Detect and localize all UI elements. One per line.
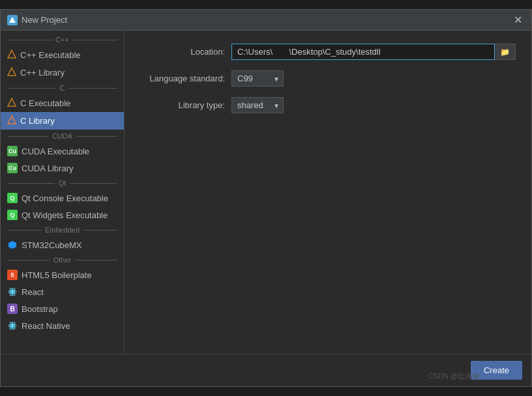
browse-button[interactable]: 📁 — [495, 44, 516, 60]
location-label: Location: — [140, 47, 225, 57]
location-input-group: 📁 — [231, 44, 516, 60]
sidebar-item-label: Qt Widgets Executable — [22, 210, 108, 220]
svg-point-6 — [11, 290, 14, 293]
dialog-footer: Create — [1, 354, 531, 386]
sidebar-item-label: React — [22, 287, 44, 297]
svg-marker-5 — [8, 241, 16, 249]
language-standard-row: Language standard: C89 C99 C11 C17 ▼ — [140, 70, 516, 87]
react-icon — [7, 287, 18, 297]
library-type-label: Library type: — [140, 100, 225, 110]
language-standard-select[interactable]: C89 C99 C11 C17 — [231, 70, 284, 87]
sidebar-item-cpp-library[interactable]: C++ Library — [1, 64, 124, 81]
sidebar-item-stm32[interactable]: STM32CubeMX — [1, 236, 124, 253]
library-type-row: Library type: shared static ▼ — [140, 97, 516, 113]
qt-icon: Q — [7, 193, 18, 203]
html5-icon: 5 — [7, 270, 18, 280]
sidebar-item-label: C++ Executable — [20, 50, 81, 60]
section-qt: Qt — [1, 177, 124, 190]
sidebar-item-label: C Executable — [20, 98, 70, 108]
triangle-cpp-icon — [7, 50, 16, 61]
sidebar-item-label: C Library — [20, 116, 55, 126]
title-bar: New Project ✕ — [1, 10, 531, 31]
location-input[interactable] — [231, 44, 495, 60]
sidebar-item-label: CUDA Executable — [22, 147, 89, 156]
close-button[interactable]: ✕ — [511, 14, 525, 26]
language-standard-select-wrapper: C89 C99 C11 C17 ▼ — [231, 70, 284, 87]
new-project-dialog: New Project ✕ C++ C++ Executable C++ Lib… — [0, 9, 532, 387]
location-row: Location: 📁 — [140, 44, 516, 60]
section-cuda: CUDA — [1, 130, 124, 143]
sidebar-item-cuda-executable[interactable]: Cu CUDA Executable — [1, 143, 124, 160]
sidebar-item-react[interactable]: React — [1, 283, 124, 300]
svg-marker-4 — [8, 116, 16, 124]
section-c: C — [1, 81, 124, 94]
main-content: C++ C++ Executable C++ Library C C Execu — [1, 31, 531, 354]
triangle-c-icon — [7, 115, 16, 126]
sidebar-item-cpp-executable[interactable]: C++ Executable — [1, 46, 124, 64]
sidebar-item-label: Bootstrap — [22, 304, 58, 314]
sidebar-item-label: CUDA Library — [22, 163, 73, 173]
sidebar-item-qt-widgets[interactable]: Q Qt Widgets Executable — [1, 206, 124, 223]
watermark: CSDN @盐湖城 — [428, 371, 479, 381]
sidebar-item-c-executable[interactable]: C Executable — [1, 94, 124, 112]
title-bar-left: New Project — [7, 15, 67, 25]
svg-marker-0 — [9, 17, 16, 23]
svg-marker-1 — [8, 50, 16, 58]
folder-icon: 📁 — [500, 48, 510, 57]
sidebar-item-label: STM32CubeMX — [22, 240, 81, 250]
cuda-icon: Cu — [7, 163, 18, 173]
stm-icon — [7, 240, 18, 250]
sidebar: C++ C++ Executable C++ Library C C Execu — [1, 31, 125, 354]
section-other: Other — [1, 253, 124, 266]
sidebar-item-label: HTML5 Boilerplate — [22, 270, 92, 280]
sidebar-item-label: C++ Library — [20, 68, 65, 78]
qt-icon: Q — [7, 210, 18, 220]
svg-marker-3 — [8, 98, 16, 106]
sidebar-item-cuda-library[interactable]: Cu CUDA Library — [1, 160, 124, 177]
sidebar-item-html5[interactable]: 5 HTML5 Boilerplate — [1, 266, 124, 283]
sidebar-item-c-library[interactable]: C Library — [1, 112, 124, 130]
svg-point-10 — [11, 324, 14, 327]
cuda-icon: Cu — [7, 146, 18, 156]
section-cpp: C++ — [1, 33, 124, 46]
dialog-title: New Project — [22, 15, 67, 25]
sidebar-item-react-native[interactable]: React Native — [1, 317, 124, 334]
sidebar-item-label: React Native — [22, 321, 70, 331]
library-type-select-wrapper: shared static ▼ — [231, 97, 284, 113]
triangle-cpp-icon — [7, 67, 16, 78]
bootstrap-icon: B — [7, 304, 18, 314]
right-panel: Location: 📁 Language standard: C89 C99 C… — [125, 31, 531, 354]
library-type-select[interactable]: shared static — [231, 97, 284, 113]
section-embedded: Embedded — [1, 223, 124, 236]
triangle-c-icon — [7, 98, 16, 109]
sidebar-item-qt-console[interactable]: Q Qt Console Executable — [1, 190, 124, 206]
react-native-icon — [7, 320, 18, 331]
svg-marker-2 — [8, 68, 16, 76]
sidebar-item-label: Qt Console Executable — [22, 193, 108, 203]
language-standard-label: Language standard: — [140, 74, 225, 83]
dialog-icon — [7, 15, 18, 25]
sidebar-item-bootstrap[interactable]: B Bootstrap — [1, 300, 124, 317]
